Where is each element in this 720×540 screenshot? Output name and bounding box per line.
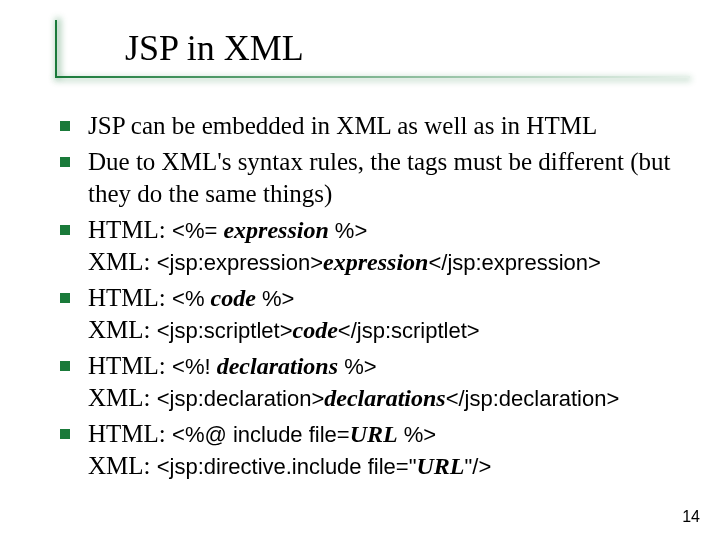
code-pre: <jsp:directive.include file=": [157, 454, 417, 479]
list-item: HTML: <%! declarations %> XML: <jsp:decl…: [60, 350, 680, 414]
code-ital: URL: [416, 453, 464, 479]
xml-label: XML:: [88, 248, 157, 275]
page-number: 14: [682, 508, 700, 526]
html-label: HTML:: [88, 352, 172, 379]
slide-content: JSP can be embedded in XML as well as in…: [60, 110, 680, 486]
code-ital: code: [211, 285, 256, 311]
code-ital: declarations: [217, 353, 338, 379]
code-ital: expression: [323, 249, 428, 275]
bullet-text: HTML: <%! declarations %> XML: <jsp:decl…: [88, 350, 619, 414]
code-pre: <%@ include file=: [172, 422, 350, 447]
code-ital: declarations: [324, 385, 445, 411]
code-post: %>: [338, 354, 377, 379]
html-label: HTML:: [88, 284, 172, 311]
bullet-icon: [60, 293, 70, 303]
bullet-icon: [60, 121, 70, 131]
code-post: </jsp:scriptlet>: [338, 318, 480, 343]
code-post: %>: [398, 422, 437, 447]
xml-label: XML:: [88, 316, 157, 343]
bullet-text: JSP can be embedded in XML as well as in…: [88, 110, 597, 142]
bullet-icon: [60, 225, 70, 235]
code-pre: <%!: [172, 354, 217, 379]
xml-label: XML:: [88, 452, 157, 479]
list-item: Due to XML's syntax rules, the tags must…: [60, 146, 680, 210]
bullet-icon: [60, 429, 70, 439]
html-label: HTML:: [88, 216, 172, 243]
code-pre: <jsp:expression>: [157, 250, 323, 275]
bullet-icon: [60, 361, 70, 371]
list-item: JSP can be embedded in XML as well as in…: [60, 110, 680, 142]
slide-title: JSP in XML: [55, 27, 304, 69]
code-pre: <jsp:scriptlet>: [157, 318, 293, 343]
code-post: %>: [329, 218, 368, 243]
title-bar: JSP in XML: [55, 20, 690, 76]
list-item: HTML: <%= expression %> XML: <jsp:expres…: [60, 214, 680, 278]
code-ital: expression: [223, 217, 328, 243]
list-item: HTML: <%@ include file=URL %> XML: <jsp:…: [60, 418, 680, 482]
code-pre: <jsp:declaration>: [157, 386, 325, 411]
code-post: %>: [256, 286, 295, 311]
bullet-text: HTML: <% code %> XML: <jsp:scriptlet>cod…: [88, 282, 480, 346]
code-post: "/>: [464, 454, 491, 479]
code-pre: <%=: [172, 218, 223, 243]
bullet-text: HTML: <%@ include file=URL %> XML: <jsp:…: [88, 418, 491, 482]
code-post: </jsp:declaration>: [446, 386, 620, 411]
code-ital: URL: [350, 421, 398, 447]
bullet-icon: [60, 157, 70, 167]
code-post: </jsp:expression>: [428, 250, 600, 275]
xml-label: XML:: [88, 384, 157, 411]
title-underline: [55, 76, 690, 78]
code-ital: code: [292, 317, 337, 343]
list-item: HTML: <% code %> XML: <jsp:scriptlet>cod…: [60, 282, 680, 346]
bullet-text: HTML: <%= expression %> XML: <jsp:expres…: [88, 214, 601, 278]
code-pre: <%: [172, 286, 211, 311]
html-label: HTML:: [88, 420, 172, 447]
bullet-text: Due to XML's syntax rules, the tags must…: [88, 146, 680, 210]
